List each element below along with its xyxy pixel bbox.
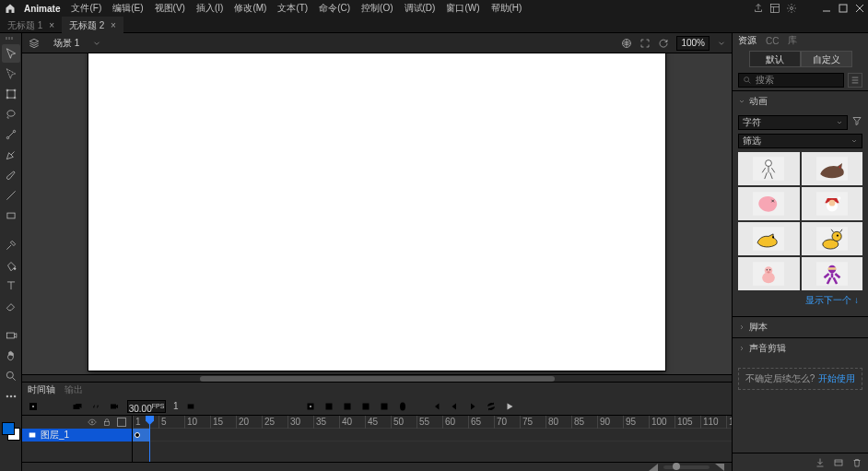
mode-custom[interactable]: 自定义 [801, 51, 852, 67]
tab-assets[interactable]: 资源 [738, 34, 757, 47]
menu-window[interactable]: 窗口(W) [440, 2, 485, 15]
fps-field[interactable]: 30.00FPS [127, 400, 166, 413]
ruler-tick[interactable]: 20 [236, 416, 249, 429]
show-next-link[interactable]: 显示下一个 ↓ [738, 290, 862, 312]
rotate-icon[interactable] [658, 38, 669, 49]
track-row[interactable] [133, 429, 732, 442]
chevron-down-icon[interactable] [92, 39, 101, 48]
ruler-tick[interactable]: 35 [313, 416, 326, 429]
menu-modify[interactable]: 修改(M) [229, 2, 272, 15]
close-icon[interactable] [853, 2, 866, 15]
menu-help[interactable]: 帮助(H) [486, 2, 528, 15]
play-icon[interactable] [504, 401, 515, 412]
ruler-tick[interactable]: 55 [416, 416, 429, 429]
keyframe[interactable] [135, 432, 140, 438]
close-icon[interactable]: × [49, 20, 54, 30]
layout-icon[interactable] [768, 2, 781, 15]
rig-santa[interactable] [802, 187, 863, 220]
menu-cmd[interactable]: 命令(C) [313, 2, 356, 15]
ruler-tick[interactable]: 45 [365, 416, 378, 429]
playhead[interactable] [149, 416, 150, 462]
gear-icon[interactable] [785, 2, 798, 15]
get-started-link[interactable]: 开始使用 [818, 372, 855, 385]
tab-output[interactable]: 输出 [65, 383, 83, 396]
ruler-tick[interactable]: 100 [649, 416, 667, 429]
eraser-tool[interactable] [2, 297, 20, 315]
visibility-icon[interactable] [88, 418, 97, 427]
tab-library[interactable]: 库 [788, 34, 797, 47]
lasso-tool[interactable] [2, 105, 20, 124]
outline-icon[interactable] [117, 418, 126, 427]
ruler-tick[interactable]: 40 [339, 416, 352, 429]
insert-blank-kf-icon[interactable] [323, 401, 334, 412]
import-icon[interactable] [815, 457, 826, 468]
ruler-tick[interactable]: 30 [287, 416, 300, 429]
search-input[interactable]: 搜索 [738, 73, 844, 88]
tab-doc1[interactable]: 无标题 1 × [0, 17, 62, 33]
fit-screen-icon[interactable] [639, 38, 651, 49]
publish-icon[interactable] [621, 38, 632, 49]
section-header[interactable]: 动画 [738, 95, 862, 108]
rig-piglet[interactable] [738, 257, 800, 290]
chevron-down-icon[interactable] [717, 39, 726, 48]
ruler-tick[interactable]: 115 [726, 416, 732, 429]
auto-kf-icon[interactable] [360, 401, 371, 412]
stage-canvas[interactable] [88, 53, 665, 371]
scene-name[interactable]: 场景 1 [48, 37, 85, 50]
ruler-tick[interactable]: 75 [520, 416, 533, 429]
add-layer-icon[interactable] [72, 401, 83, 412]
menu-debug[interactable]: 调试(D) [399, 2, 441, 15]
timeline-zoom-slider[interactable] [663, 465, 710, 469]
timeline-track[interactable]: 1510152025303540455055606570758085909510… [133, 416, 732, 462]
ruler-tick[interactable]: 80 [545, 416, 558, 429]
link-icon[interactable] [90, 401, 101, 412]
rectangle-tool[interactable] [2, 206, 20, 225]
stage-scrollbar[interactable] [22, 374, 732, 382]
pen-tool[interactable] [2, 146, 20, 164]
insert-keyframe-icon[interactable] [305, 401, 316, 412]
rig-brain[interactable] [738, 187, 800, 220]
paintbucket-tool[interactable] [2, 256, 20, 275]
stage-viewport[interactable] [22, 53, 732, 374]
maximize-icon[interactable] [837, 2, 850, 15]
menu-ctrl[interactable]: 控制(O) [356, 2, 398, 15]
zoom-field[interactable]: 100% [676, 36, 710, 51]
loop-icon[interactable] [486, 401, 497, 412]
trash-icon[interactable] [851, 457, 862, 468]
menu-text[interactable]: 文本(T) [272, 2, 313, 15]
ruler-tick[interactable]: 105 [674, 416, 693, 429]
rig-dog-sit[interactable] [802, 222, 863, 255]
minimize-icon[interactable] [820, 2, 833, 15]
brush-tool[interactable] [2, 166, 20, 184]
grid-view-icon[interactable] [848, 73, 862, 88]
subselect-tool[interactable] [2, 65, 20, 83]
character-filter[interactable]: 字符 [738, 115, 848, 130]
ruler-tick[interactable]: 95 [623, 416, 636, 429]
first-frame-icon[interactable] [430, 401, 441, 412]
zoom-tool[interactable] [2, 367, 20, 385]
zoom-max-icon[interactable] [715, 464, 724, 471]
prev-frame-icon[interactable] [449, 401, 460, 412]
home-icon[interactable] [2, 0, 18, 17]
options-icon[interactable] [833, 457, 844, 468]
mode-default[interactable]: 默认 [749, 51, 801, 67]
tab-timeline[interactable]: 时间轴 [28, 383, 55, 396]
rig-wolf[interactable] [802, 152, 863, 185]
onion-skin-icon[interactable] [397, 401, 408, 412]
rig-skeleton[interactable] [738, 152, 800, 185]
scene-stack-icon[interactable] [28, 37, 41, 50]
eyedropper-tool[interactable] [2, 236, 20, 254]
section-script[interactable]: 脚本 [733, 316, 868, 337]
filter-icon[interactable] [851, 115, 862, 126]
menu-edit[interactable]: 编辑(E) [107, 2, 148, 15]
ruler-tick[interactable]: 90 [597, 416, 610, 429]
ruler-tick[interactable]: 25 [262, 416, 275, 429]
ruler-tick[interactable]: 110 [700, 416, 719, 429]
grip-icon[interactable] [6, 37, 17, 40]
close-icon[interactable]: × [111, 20, 116, 30]
rig-ninja[interactable] [802, 257, 863, 290]
zoom-min-icon[interactable] [649, 464, 658, 471]
ruler-tick[interactable]: 5 [158, 416, 167, 429]
camera-tool[interactable] [2, 326, 20, 345]
frame-span[interactable] [133, 429, 149, 442]
